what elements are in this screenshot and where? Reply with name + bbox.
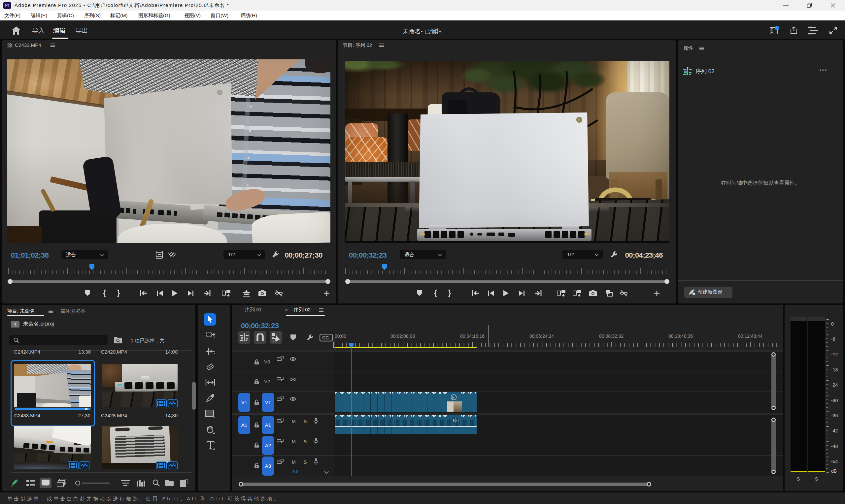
svg-text:fx: fx — [452, 396, 455, 399]
svg-text:CC: CC — [322, 335, 329, 340]
